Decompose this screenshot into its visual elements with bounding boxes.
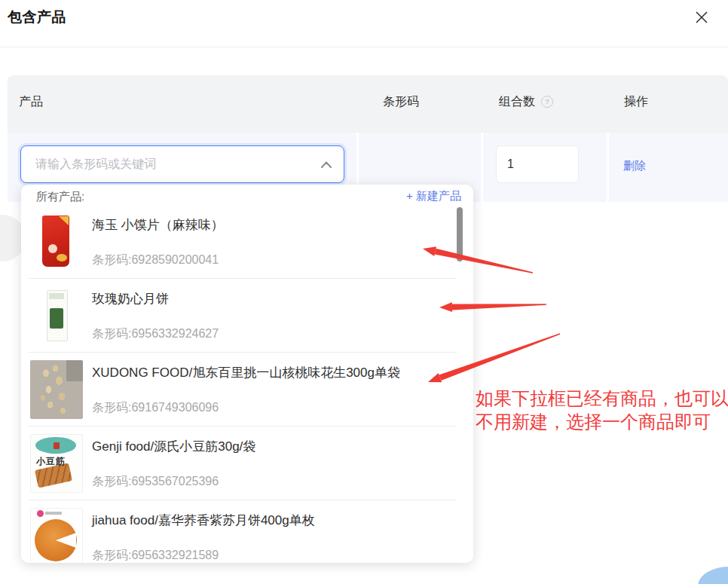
combo-count-input[interactable]: [497, 146, 578, 182]
product-list-item[interactable]: jiahua food/嘉华荞香紫苏月饼400g单枚 条形码:695633292…: [21, 500, 473, 563]
product-name: 玫瑰奶心月饼: [92, 290, 219, 307]
product-name: 海玉 小馍片（麻辣味）: [92, 216, 224, 234]
product-text: 玫瑰奶心月饼 条形码:6956332924627: [92, 290, 219, 342]
product-thumbnail: [30, 286, 83, 345]
annotation-note: 如果下拉框已经有商品，也可以 不用新建，选择一个商品即可: [476, 387, 728, 433]
product-thumbnail: [30, 213, 83, 271]
product-barcode: 条形码:6956332921589: [92, 548, 315, 564]
product-name: jiahua food/嘉华荞香紫苏月饼400g单枚: [92, 512, 315, 529]
table-header: 产品 条形码 组合数 ? 操作: [8, 75, 728, 133]
close-icon-glyph: [695, 11, 708, 24]
page-title: 包含产品: [8, 8, 66, 27]
chevron-up-icon[interactable]: [317, 154, 336, 174]
product-barcode: 条形码:6956332924627: [92, 326, 219, 342]
product-text: Genji food/源氏小豆筋30g/袋 条形码:6953567025396: [92, 438, 255, 490]
close-icon[interactable]: [689, 5, 714, 30]
search-input[interactable]: [34, 157, 310, 172]
product-list-item[interactable]: 海玉 小馍片（麻辣味） 条形码:6928590200041: [21, 205, 473, 279]
title-divider: [0, 47, 728, 47]
combo-count-field: [496, 145, 579, 183]
chevron-up-glyph: [321, 161, 332, 168]
background-blue-blob: [698, 567, 728, 584]
help-icon[interactable]: ?: [541, 96, 553, 108]
column-divider: [481, 133, 483, 202]
header-action: 操作: [624, 94, 648, 110]
scrollbar-thumb[interactable]: [457, 207, 463, 261]
product-barcode: 条形码:6928590200041: [92, 252, 224, 268]
product-text: 海玉 小馍片（麻辣味） 条形码:6928590200041: [92, 216, 224, 268]
product-list-item[interactable]: 小豆筋 Genji food/源氏小豆筋30g/袋 条形码:6953567025…: [21, 427, 473, 500]
product-dropdown-panel: 所有产品: + 新建产品 海玉 小馍片（麻辣味） 条形码:69285902000…: [21, 185, 473, 563]
header-combo-count: 组合数: [499, 94, 535, 110]
new-product-button[interactable]: + 新建产品: [406, 189, 461, 203]
product-thumbnail: [30, 360, 83, 419]
product-barcode: 条形码:6953567025396: [92, 474, 255, 490]
delete-button[interactable]: 删除: [623, 159, 646, 173]
product-barcode: 条形码:6916749306096: [92, 400, 400, 416]
included-products-modal: 包含产品 产品 条形码 组合数 ? 操作: [0, 0, 728, 584]
annotation-line-1: 如果下拉框已经有商品，也可以: [476, 387, 728, 410]
product-thumbnail: [30, 508, 83, 563]
header-barcode: 条形码: [383, 94, 419, 110]
annotation-line-2: 不用新建，选择一个商品即可: [476, 410, 728, 433]
product-thumbnail: 小豆筋: [30, 434, 83, 493]
product-text: XUDONG FOOD/旭东百里挑一山核桃味花生300g单袋 条形码:69167…: [92, 364, 400, 416]
product-list: 海玉 小馍片（麻辣味） 条形码:6928590200041 玫瑰奶心月饼 条形码…: [21, 205, 473, 563]
header-product: 产品: [19, 94, 43, 110]
product-list-item[interactable]: XUDONG FOOD/旭东百里挑一山核桃味花生300g单袋 条形码:69167…: [21, 353, 473, 427]
product-search-select[interactable]: [20, 145, 344, 183]
product-name: XUDONG FOOD/旭东百里挑一山核桃味花生300g单袋: [92, 364, 400, 381]
column-divider: [607, 133, 609, 202]
product-name: Genji food/源氏小豆筋30g/袋: [92, 438, 255, 455]
product-text: jiahua food/嘉华荞香紫苏月饼400g单枚 条形码:695633292…: [92, 512, 315, 564]
thumbnail-label: 小豆筋: [36, 455, 66, 468]
dropdown-header: 所有产品:: [36, 190, 84, 204]
product-list-item[interactable]: 玫瑰奶心月饼 条形码:6956332924627: [21, 279, 473, 353]
